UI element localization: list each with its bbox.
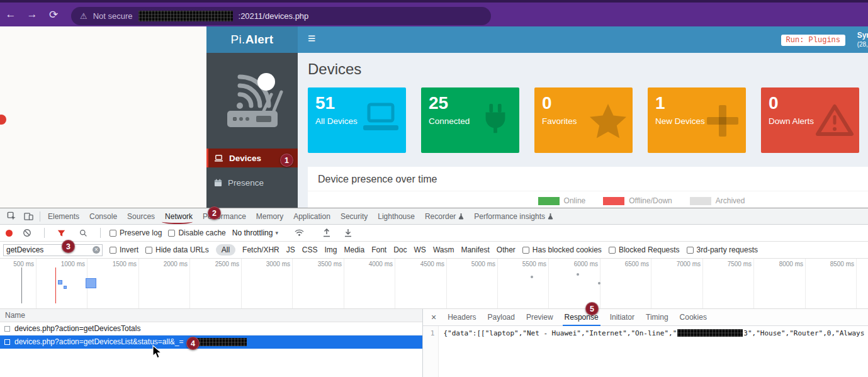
search-icon[interactable]: [76, 229, 91, 237]
legend-archived[interactable]: Archived: [690, 196, 745, 205]
inspect-element-icon[interactable]: [3, 211, 20, 221]
third-party-requests-checkbox[interactable]: 3rd-party requests: [687, 245, 758, 254]
not-secure-label[interactable]: Not secure: [93, 11, 133, 21]
tab-performance-insights[interactable]: Performance insights: [469, 208, 558, 225]
tab-elements[interactable]: Elements: [43, 208, 84, 225]
chevron-down-icon: ▾: [275, 230, 278, 236]
reload-icon[interactable]: ⟳: [43, 8, 64, 21]
timeline-tick: 8500 ms: [830, 261, 854, 267]
timeline-activity: [58, 280, 62, 284]
invert-checkbox[interactable]: Invert: [110, 245, 138, 254]
stat-down-alerts[interactable]: 0 Down Alerts: [761, 87, 859, 153]
tab-preview[interactable]: Preview: [521, 309, 559, 326]
import-har-icon[interactable]: [319, 228, 334, 237]
details-tabbar: × Headers Payload Preview Response Initi…: [423, 309, 868, 326]
stat-connected[interactable]: 25 Connected: [421, 87, 519, 153]
checkbox: [110, 230, 116, 237]
timeline-tick: 5500 ms: [522, 261, 546, 267]
tab-initiator[interactable]: Initiator: [604, 309, 640, 326]
annotation-underline: [162, 220, 193, 224]
timeline-tick: 3000 ms: [266, 261, 290, 267]
tab-application[interactable]: Application: [288, 208, 335, 225]
filter-type-fetch-xhr[interactable]: Fetch/XHR: [242, 245, 279, 254]
request-row[interactable]: devices.php?action=getDevicesTotals: [0, 322, 422, 335]
export-har-icon[interactable]: [341, 228, 356, 237]
filter-type-img[interactable]: Img: [324, 245, 337, 254]
run-plugins-button[interactable]: Run: Plugins: [781, 35, 845, 46]
filter-funnel-icon[interactable]: [54, 229, 69, 237]
tab-performance[interactable]: Performance: [198, 208, 251, 225]
panel-title: Device presence over time: [308, 167, 868, 191]
clear-filter-icon[interactable]: ×: [93, 246, 100, 254]
clear-icon[interactable]: [19, 228, 35, 237]
network-timeline-overview[interactable]: 500 ms 1000 ms 1500 ms 2000 ms 2500 ms 3…: [0, 259, 868, 309]
web-page: Pi.Alert: [0, 26, 868, 208]
address-bar[interactable]: ⚠ Not secure :20211/devices.php: [71, 7, 491, 25]
redacted-host: [138, 11, 233, 21]
filter-type-js[interactable]: JS: [286, 245, 295, 254]
tab-lighthouse[interactable]: Lighthouse: [373, 208, 420, 225]
filter-type-all[interactable]: All: [216, 244, 235, 256]
legend-online[interactable]: Online: [538, 196, 586, 205]
response-body[interactable]: 1 {"data":[["laptop","Net - Huawei","Int…: [423, 326, 868, 377]
disable-cache-checkbox[interactable]: Disable cache: [168, 228, 225, 237]
filter-type-manifest[interactable]: Manifest: [461, 245, 489, 254]
plug-icon: [476, 103, 514, 137]
stat-all-devices[interactable]: 51 All Devices: [308, 87, 406, 153]
not-secure-warning-icon: ⚠: [80, 11, 87, 21]
record-button[interactable]: [6, 230, 13, 237]
timeline-tick: 500 ms: [13, 261, 34, 267]
checkbox-label: Blocked Requests: [619, 245, 680, 254]
back-icon[interactable]: ←: [0, 8, 21, 21]
name-column-header[interactable]: Name: [0, 309, 422, 322]
filter-type-font[interactable]: Font: [371, 245, 386, 254]
annotation-step-5: 5: [585, 302, 599, 315]
filter-type-ws[interactable]: WS: [414, 245, 426, 254]
hide-data-urls-checkbox[interactable]: Hide data URLs: [145, 245, 209, 254]
legend-offline[interactable]: Offline/Down: [603, 196, 672, 205]
filter-input[interactable]: [4, 245, 89, 254]
devtools-panel: Elements Console Sources Network Perform…: [0, 208, 868, 377]
timeline-tick: 2500 ms: [215, 261, 239, 267]
hamburger-menu-icon[interactable]: ≡: [308, 31, 315, 46]
blocked-requests-checkbox[interactable]: Blocked Requests: [609, 245, 680, 254]
tab-timing[interactable]: Timing: [640, 309, 674, 326]
screen: ← → ⟳ ⚠ Not secure :20211/devices.php Pi…: [0, 0, 868, 377]
device-toolbar-icon[interactable]: [20, 211, 37, 221]
user-info[interactable]: Sym (28,: [857, 30, 868, 49]
laptop-icon: [361, 103, 401, 135]
brand-light: Pi.: [231, 33, 245, 47]
filter-type-doc[interactable]: Doc: [393, 245, 407, 254]
user-name: Sym: [857, 31, 868, 40]
tab-headers[interactable]: Headers: [442, 309, 482, 326]
user-sub: (28,: [857, 41, 868, 48]
offline-swatch: [603, 197, 624, 205]
tab-cookies[interactable]: Cookies: [674, 309, 713, 326]
response-content: {"data":[["laptop","Net - Huawei","Inter…: [439, 326, 868, 377]
preserve-log-checkbox[interactable]: Preserve log: [110, 228, 162, 237]
forward-icon[interactable]: →: [21, 8, 43, 21]
throttling-dropdown[interactable]: No throttling ▾: [232, 228, 278, 237]
network-conditions-icon[interactable]: [291, 229, 308, 237]
filter-type-css[interactable]: CSS: [302, 245, 318, 254]
tab-recorder[interactable]: Recorder: [420, 208, 469, 225]
close-icon[interactable]: ×: [426, 312, 442, 322]
request-row-selected[interactable]: devices.php?action=getDevicesList&status…: [0, 335, 422, 349]
stat-favorites[interactable]: 0 Favorites: [534, 87, 633, 153]
brand-logo[interactable]: Pi.Alert: [206, 26, 298, 53]
filter-type-media[interactable]: Media: [344, 245, 364, 254]
throttling-value: No throttling: [232, 228, 273, 237]
tab-sources[interactable]: Sources: [122, 208, 160, 225]
tab-network[interactable]: Network: [160, 208, 198, 225]
tab-memory[interactable]: Memory: [251, 208, 288, 225]
stat-new-devices[interactable]: 1 New Devices: [648, 87, 746, 153]
tab-payload[interactable]: Payload: [482, 309, 521, 326]
divider: [44, 228, 45, 238]
sidebar-item-presence[interactable]: Presence: [206, 171, 298, 194]
tab-console[interactable]: Console: [84, 208, 122, 225]
has-blocked-cookies-checkbox[interactable]: Has blocked cookies: [522, 245, 602, 254]
tab-security[interactable]: Security: [335, 208, 373, 225]
filter-type-other[interactable]: Other: [497, 245, 516, 254]
tab-label: Lighthouse: [378, 212, 415, 221]
filter-type-wasm[interactable]: Wasm: [433, 245, 454, 254]
